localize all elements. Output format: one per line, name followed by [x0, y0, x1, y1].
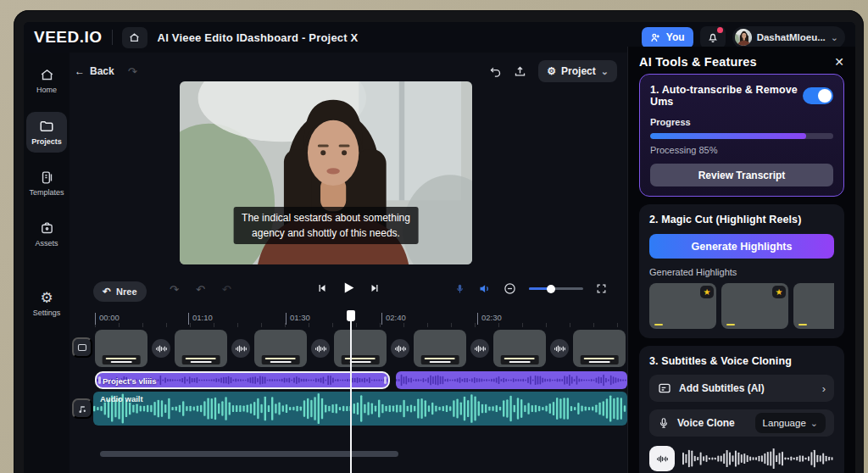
assets-box-icon [40, 221, 54, 236]
redo-icon[interactable]: ↷ [128, 65, 137, 78]
clip-thumbnail[interactable] [175, 330, 227, 367]
audio-track-button[interactable] [72, 398, 92, 419]
card1-title: 1. Auto-transcribe & Remove Ums [650, 84, 803, 108]
chevron-down-icon: ⌄ [831, 33, 838, 42]
generate-highlights-button[interactable]: Generate Highlights [649, 234, 834, 259]
highlight-thumbnail[interactable]: ★ [721, 283, 788, 329]
upload-icon [514, 65, 526, 78]
generated-highlights-label: Generated Highlights [649, 267, 834, 277]
sidebar-item-projects[interactable]: Projects [26, 112, 67, 153]
play-button[interactable] [342, 281, 356, 295]
project-menu-button[interactable]: ⚙ Project ⌄ [538, 60, 617, 82]
ruler-timestamp: 02:30 [477, 313, 502, 325]
audio-segment-icon[interactable] [152, 339, 170, 358]
highlight-thumbnail[interactable]: ★ [649, 283, 716, 329]
slider-knob[interactable] [547, 285, 555, 293]
speaker-button[interactable] [478, 282, 491, 295]
card3-title: 3. Subtitles & Voice Cloning [649, 355, 834, 367]
progress-label: Progress [650, 117, 833, 127]
home-icon [40, 68, 54, 82]
voice-waveform [682, 448, 834, 470]
close-icon[interactable]: ✕ [834, 55, 844, 69]
timeline-tool-button[interactable]: ↶ Nree [93, 281, 147, 302]
subtitles-voice-card: 3. Subtitles & Voice Cloning Add Subtitl… [639, 346, 844, 473]
account-name: DashatMloeu... [757, 32, 826, 42]
clip-thumbnail[interactable] [493, 330, 546, 367]
selected-clip[interactable]: Project's vliiis [95, 371, 390, 389]
skip-forward-icon [370, 283, 381, 293]
audio-segment-icon[interactable] [550, 339, 569, 358]
mini-subtitle [262, 355, 300, 364]
export-button[interactable] [514, 65, 526, 78]
language-dropdown[interactable]: Language ⌄ [755, 413, 826, 433]
mini-subtitle [501, 355, 539, 364]
mic-mute-button[interactable] [454, 283, 465, 294]
timeline-zoom-slider[interactable] [529, 287, 583, 290]
progress-status: Processing 85% [650, 145, 833, 155]
auto-transcribe-toggle[interactable] [803, 87, 833, 104]
voice-clone-row[interactable]: Voice Clone Language ⌄ [649, 409, 834, 437]
playhead[interactable] [350, 310, 352, 473]
timeline-toolbar: ↶ Nree ↷ ↶ ↶ [70, 280, 627, 303]
clip-thumbnail[interactable] [414, 330, 466, 367]
clip-thumbnail[interactable] [254, 330, 307, 367]
invite-you-button[interactable]: You [642, 27, 693, 48]
audio-segment-icon[interactable] [470, 339, 489, 358]
audio-clip-segment[interactable] [396, 371, 627, 389]
back-button[interactable]: ← Back [75, 65, 114, 77]
redo-icon[interactable]: ↷ [170, 283, 179, 296]
card2-title: 2. Magic Cut (Highlight Reels) [649, 214, 834, 225]
timeline-scrollbar[interactable] [100, 451, 398, 457]
speaker-icon [478, 282, 491, 295]
sidebar-item-settings[interactable]: ⚙ Settings [26, 284, 67, 324]
play-icon [342, 281, 356, 295]
video-clip-track [95, 329, 627, 368]
voice-preview-row [649, 445, 834, 472]
avatar [735, 29, 752, 46]
ai-tools-panel: AI Tools & Features ✕ 1. Auto-transcribe… [627, 47, 855, 473]
trim-handle-left[interactable] [98, 376, 101, 384]
undo-icon: ↶ [103, 286, 111, 298]
chevron-down-icon: ⌄ [810, 419, 818, 428]
trim-handle-right[interactable] [384, 376, 387, 384]
account-menu[interactable]: DashatMloeu... ⌄ [732, 26, 845, 48]
clip-thumbnail[interactable] [334, 330, 387, 367]
veed-logo: VEED.IO [34, 28, 103, 47]
zoom-out-button[interactable] [504, 282, 516, 295]
sidebar-item-assets[interactable]: Assets [26, 214, 67, 254]
clip-thumbnail[interactable] [573, 330, 626, 367]
highlight-thumbnail[interactable]: ★ [793, 283, 834, 329]
left-sidebar: Home Projects Templates Assets ⚙ Setting… [24, 53, 70, 473]
gear-icon: ⚙ [547, 65, 556, 77]
home-icon-button[interactable] [122, 27, 147, 48]
add-subtitles-row[interactable]: Add Subtitles (AI) › [649, 375, 834, 402]
skip-forward-button[interactable] [370, 283, 381, 293]
fullscreen-button[interactable] [596, 283, 607, 294]
mini-subtitle [182, 355, 220, 364]
notifications-button[interactable] [700, 26, 726, 48]
sidebar-item-home[interactable]: Home [26, 61, 67, 101]
sidebar-item-templates[interactable]: Templates [26, 164, 67, 203]
person-plus-icon [650, 32, 661, 43]
video-track-button[interactable] [72, 337, 92, 358]
audio-segment-icon[interactable] [391, 339, 409, 358]
highlights-row: ★ ★ [649, 283, 834, 329]
reset-icon[interactable]: ↶ [222, 283, 231, 296]
panel-title: AI Tools & Features [639, 55, 757, 69]
chevron-down-icon: ⌄ [601, 67, 609, 76]
playhead-handle[interactable] [347, 310, 355, 321]
undo-button[interactable] [489, 65, 502, 78]
app-window: VEED.IO AI Vieee Edito IDashboard - Proj… [24, 22, 855, 473]
undo-icon [489, 65, 502, 78]
skip-back-button[interactable] [317, 283, 327, 293]
clip-thumbnail[interactable] [95, 330, 147, 367]
laptop-bezel: VEED.IO AI Vieee Edito IDashboard - Proj… [14, 10, 864, 473]
video-preview[interactable]: The indical sestards about something age… [180, 81, 472, 264]
voice-play-button[interactable] [649, 446, 675, 471]
audio-segment-icon[interactable] [231, 339, 250, 358]
audio-waveform-clip[interactable]: Audio wailt [93, 392, 627, 426]
playback-controls [317, 281, 381, 295]
undo-icon[interactable]: ↶ [196, 283, 205, 296]
review-transcript-button[interactable]: Review Transcript [650, 164, 833, 186]
audio-segment-icon[interactable] [311, 339, 330, 358]
